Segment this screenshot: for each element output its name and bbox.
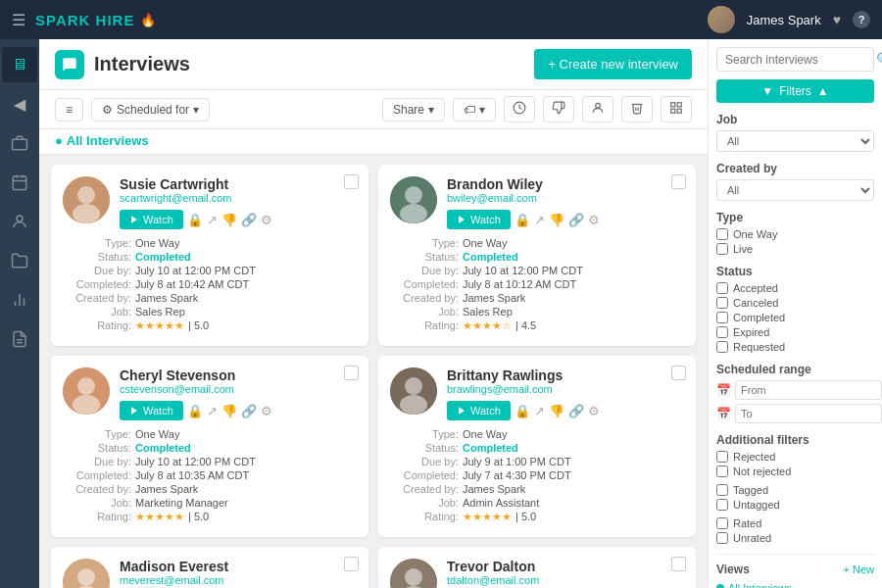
settings-icon[interactable]: ⚙ — [588, 404, 600, 418]
status-requested-checkbox[interactable] — [716, 341, 728, 353]
untagged-checkbox[interactable] — [716, 499, 728, 511]
delete-button[interactable] — [621, 96, 653, 122]
watch-button[interactable]: Watch — [447, 401, 511, 420]
status-accepted-checkbox[interactable] — [716, 282, 728, 294]
tagged-checkbox[interactable] — [716, 484, 728, 496]
not-rejected-checkbox[interactable] — [716, 466, 728, 477]
share-icon[interactable]: ↗ — [534, 213, 545, 227]
svg-point-23 — [400, 204, 427, 223]
content-header: Interviews + Create new interview — [39, 39, 708, 90]
settings-icon[interactable]: ⚙ — [261, 213, 272, 227]
watch-button[interactable]: Watch — [120, 210, 183, 229]
card-checkbox[interactable] — [671, 174, 686, 189]
thumbs-down-icon[interactable]: 👎 — [549, 404, 564, 418]
rated-checkbox[interactable] — [716, 517, 728, 529]
status-canceled-checkbox[interactable] — [716, 297, 728, 309]
thumb-down-button[interactable] — [543, 96, 574, 122]
link-icon[interactable]: 🔗 — [241, 213, 257, 227]
candidate-email[interactable]: scartwright@email.com — [120, 192, 357, 204]
sidebar-item-charts[interactable] — [2, 282, 37, 318]
search-input[interactable] — [725, 53, 872, 67]
candidate-email[interactable]: meverest@email.com — [120, 574, 357, 586]
share-button[interactable]: Share ▾ — [382, 98, 445, 122]
type-filter-section: Type One Way Live — [716, 211, 874, 255]
created-by-select[interactable]: All — [716, 179, 874, 201]
top-navigation: ☰ SPARK HIRE 🔥 James Spark ♥ ? — [0, 0, 882, 39]
sidebar-item-back[interactable]: ◀ — [2, 86, 37, 122]
candidate-name: Brandon Wiley — [447, 176, 684, 192]
sidebar-item-jobs[interactable] — [2, 125, 37, 161]
sidebar-item-calendar[interactable] — [2, 165, 37, 200]
type-live-checkbox[interactable] — [716, 243, 728, 255]
settings-icon[interactable]: ⚙ — [261, 404, 272, 418]
to-date-input[interactable] — [735, 404, 882, 423]
candidate-name: Susie Cartwright — [120, 176, 357, 192]
logo-text: SPARK HIRE — [35, 12, 134, 28]
card-checkbox[interactable] — [344, 366, 359, 380]
card-checkbox[interactable] — [671, 557, 686, 571]
menu-icon[interactable]: ☰ — [12, 11, 25, 29]
favorites-icon[interactable]: ♥ — [833, 12, 841, 27]
sidebar-item-folder[interactable] — [2, 243, 37, 278]
watch-button[interactable]: Watch — [120, 401, 183, 420]
clock-button[interactable] — [504, 96, 535, 122]
page-title: Interviews — [94, 53, 190, 75]
card-checkbox[interactable] — [344, 557, 359, 571]
settings-icon[interactable]: ⚙ — [588, 213, 600, 227]
rejected-checkbox[interactable] — [716, 451, 728, 463]
scheduled-range-label: Scheduled range — [716, 363, 874, 376]
thumbs-down-icon[interactable]: 👎 — [549, 213, 564, 227]
sidebar-item-monitor[interactable]: 🖥 — [2, 47, 37, 82]
thumbs-down-icon[interactable]: 👎 — [221, 213, 237, 227]
list-icon: ≡ — [66, 103, 73, 117]
type-live-option: Live — [716, 243, 874, 255]
lock-icon[interactable]: 🔒 — [187, 213, 203, 227]
from-date-input[interactable] — [735, 380, 882, 400]
help-icon[interactable]: ? — [853, 11, 870, 28]
svg-point-12 — [596, 103, 601, 108]
status-expired-checkbox[interactable] — [716, 326, 728, 338]
share-icon[interactable]: ↗ — [534, 404, 545, 418]
watch-button[interactable]: Watch — [447, 210, 511, 229]
card-checkbox[interactable] — [671, 366, 686, 380]
share-label: Share — [393, 103, 424, 117]
user-avatar[interactable] — [708, 6, 735, 33]
lock-icon[interactable]: 🔒 — [514, 404, 530, 418]
svg-rect-13 — [671, 103, 675, 107]
list-view-button[interactable]: ≡ — [55, 98, 83, 122]
card-checkbox[interactable] — [344, 174, 359, 189]
candidate-email[interactable]: tdalton@email.com — [447, 574, 684, 586]
rating-row: Rating: ★★★★☆ | 4.5 — [390, 319, 684, 332]
grid-view-button[interactable] — [661, 96, 692, 122]
candidate-email[interactable]: bwiley@email.com — [447, 192, 684, 204]
candidate-email[interactable]: brawlings@email.com — [447, 383, 684, 395]
link-icon[interactable]: 🔗 — [568, 404, 584, 418]
unrated-checkbox[interactable] — [716, 532, 728, 544]
sidebar-item-people[interactable] — [2, 204, 37, 239]
lock-icon[interactable]: 🔒 — [187, 404, 203, 418]
link-icon[interactable]: 🔗 — [241, 404, 257, 418]
new-view-link[interactable]: + New — [844, 564, 875, 575]
type-row: Type: One Way — [63, 428, 357, 440]
status-completed-checkbox[interactable] — [716, 312, 728, 323]
job-filter-select[interactable]: All — [716, 130, 874, 152]
candidate-email[interactable]: cstevenson@email.com — [120, 383, 357, 395]
scheduled-range-section: Scheduled range 📅 📅 — [716, 363, 874, 423]
tag-button[interactable]: 🏷 ▾ — [453, 98, 496, 122]
sidebar-item-reports[interactable] — [2, 321, 37, 357]
person-action-button[interactable] — [582, 96, 613, 122]
all-interviews-view[interactable]: All Interviews — [716, 580, 874, 588]
share-icon[interactable]: ↗ — [207, 404, 218, 418]
type-one-way-checkbox[interactable] — [716, 228, 728, 240]
all-interviews-label[interactable]: ● All Interviews — [55, 133, 692, 148]
filters-button[interactable]: ▼ Filters ▲ — [716, 79, 874, 103]
svg-point-34 — [77, 568, 95, 586]
thumbs-down-icon[interactable]: 👎 — [221, 404, 237, 418]
create-interview-button[interactable]: + Create new interview — [534, 49, 692, 79]
scheduled-for-button[interactable]: ⚙ Scheduled for ▾ — [91, 98, 210, 122]
svg-rect-14 — [677, 103, 681, 107]
logo: SPARK HIRE 🔥 — [35, 12, 156, 28]
share-icon[interactable]: ↗ — [207, 213, 218, 227]
link-icon[interactable]: 🔗 — [568, 213, 584, 227]
lock-icon[interactable]: 🔒 — [514, 213, 530, 227]
